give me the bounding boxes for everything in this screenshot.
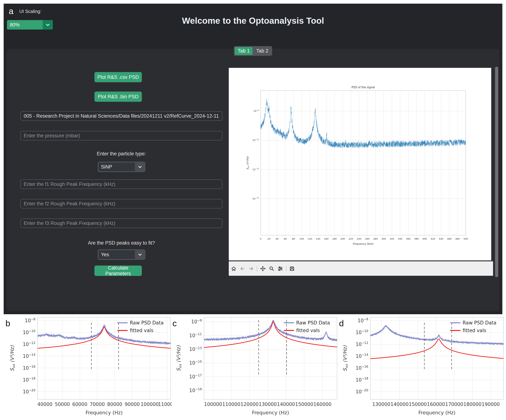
save-icon[interactable] — [289, 265, 295, 272]
toolbar-separator — [257, 266, 257, 271]
home-icon[interactable] — [231, 265, 237, 272]
svg-text:140: 140 — [316, 237, 320, 240]
svg-text:10−9: 10−9 — [253, 109, 259, 113]
svg-text:50000: 50000 — [55, 402, 70, 407]
tab-1[interactable]: Tab 1 — [235, 47, 253, 55]
svg-text:110000: 110000 — [158, 402, 172, 407]
chevron-down-icon — [135, 162, 145, 172]
svg-text:Sxx (V²/Hz): Sxx (V²/Hz) — [342, 345, 349, 371]
svg-text:460: 460 — [447, 237, 452, 240]
main-plot-canvas[interactable]: PSD of the signal02040608010012014016018… — [229, 68, 491, 260]
svg-text:fitted vals: fitted vals — [296, 328, 320, 333]
f2-frequency-input[interactable] — [20, 199, 222, 209]
back-icon[interactable] — [239, 265, 246, 272]
svg-text:380: 380 — [414, 237, 419, 240]
svg-text:Raw PSD Data: Raw PSD Data — [130, 320, 164, 325]
svg-text:10−13: 10−13 — [189, 346, 202, 352]
svg-text:280: 280 — [373, 237, 378, 240]
vertical-scrollbar-thumb[interactable] — [495, 67, 498, 277]
svg-text:10−10: 10−10 — [23, 329, 35, 335]
svg-text:80: 80 — [292, 237, 295, 240]
svg-text:Raw PSD Data: Raw PSD Data — [296, 320, 330, 325]
svg-text:170000: 170000 — [445, 402, 463, 407]
pan-icon[interactable] — [260, 265, 266, 272]
svg-text:40000: 40000 — [37, 402, 53, 407]
easy-fit-value: Yes — [99, 250, 135, 259]
svg-text:10−17: 10−17 — [189, 373, 202, 379]
plot-csv-psd-button[interactable]: Plot R&S .csv PSD — [94, 72, 142, 82]
svg-text:480: 480 — [455, 237, 460, 240]
svg-text:150000: 150000 — [409, 402, 427, 407]
svg-text:60: 60 — [284, 237, 287, 240]
svg-text:fitted vals: fitted vals — [463, 328, 486, 333]
tab-bar: Tab 1 Tab 2 — [234, 46, 272, 56]
svg-text:360: 360 — [406, 237, 411, 240]
file-path-input[interactable] — [20, 111, 222, 121]
svg-text:20: 20 — [267, 237, 271, 240]
particle-type-value: SiNP — [99, 162, 135, 171]
svg-text:190000: 190000 — [482, 402, 500, 407]
f3-frequency-input[interactable] — [20, 218, 222, 228]
svg-text:fitted vals: fitted vals — [130, 328, 153, 333]
svg-text:10−11: 10−11 — [189, 332, 202, 338]
svg-text:10−15: 10−15 — [252, 197, 259, 200]
svg-text:340: 340 — [398, 237, 402, 240]
svg-text:10−12: 10−12 — [356, 341, 368, 347]
svg-text:10−9: 10−9 — [191, 318, 202, 325]
svg-text:440: 440 — [439, 237, 444, 240]
svg-text:10−10: 10−10 — [356, 329, 368, 335]
psd-fit-chart-d: 1300001400001500001600001700001800001900… — [340, 315, 505, 420]
svg-text:10−20: 10−20 — [23, 388, 35, 394]
pressure-input[interactable] — [20, 131, 222, 140]
svg-text:100: 100 — [300, 237, 304, 240]
svg-text:Raw PSD Data: Raw PSD Data — [463, 320, 497, 325]
svg-text:130000: 130000 — [372, 402, 390, 407]
svg-text:420: 420 — [431, 237, 435, 240]
svg-text:10−14: 10−14 — [23, 353, 35, 359]
bottom-figure-strip: b c d 4000050000600007000080000900001000… — [0, 314, 506, 420]
svg-text:10−8: 10−8 — [358, 317, 368, 323]
easy-fit-select[interactable]: Yes — [98, 250, 145, 260]
svg-text:100000: 100000 — [140, 402, 159, 407]
configure-subplots-icon[interactable] — [277, 265, 283, 272]
svg-text:60000: 60000 — [72, 402, 87, 407]
svg-text:10−18: 10−18 — [23, 377, 35, 383]
tab-2[interactable]: Tab 2 — [253, 47, 271, 55]
plot-toolbar — [229, 261, 493, 276]
svg-text:Frequency (Hz): Frequency (Hz) — [252, 410, 289, 415]
svg-text:180: 180 — [332, 237, 337, 240]
f1-frequency-input[interactable] — [20, 179, 222, 189]
svg-text:160: 160 — [324, 237, 329, 240]
svg-text:160000: 160000 — [313, 402, 331, 407]
easy-fit-label: Are the PSD peaks easy to fit? — [20, 240, 222, 246]
svg-text:10−16: 10−16 — [23, 365, 35, 371]
svg-text:150000: 150000 — [295, 402, 313, 407]
svg-text:Sxx (V²/Hz): Sxx (V²/Hz) — [246, 156, 249, 170]
svg-text:40: 40 — [276, 237, 279, 240]
svg-text:300: 300 — [381, 237, 386, 240]
screen: a UI Scaling: 80% Welcome to the Optoana… — [0, 0, 506, 420]
forward-icon[interactable] — [248, 265, 254, 272]
page-title: Welcome to the Optoanalysis Tool — [4, 16, 502, 26]
svg-text:10−18: 10−18 — [356, 377, 368, 383]
svg-text:80000: 80000 — [107, 402, 122, 407]
svg-text:220: 220 — [349, 237, 353, 240]
svg-text:PSD of the signal: PSD of the signal — [352, 86, 375, 89]
zoom-icon[interactable] — [268, 265, 275, 272]
svg-text:Frequency (Hz): Frequency (Hz) — [86, 410, 123, 415]
particle-type-select[interactable]: SiNP — [98, 162, 145, 172]
svg-text:0: 0 — [260, 237, 261, 240]
plot-bin-psd-button[interactable]: Plot R&S .bin PSD — [94, 92, 142, 102]
calculate-parameters-button[interactable]: Calculate Parameters — [94, 265, 142, 276]
figure-panel-label-a: a — [9, 6, 13, 16]
app-window: a UI Scaling: 80% Welcome to the Optoana… — [4, 4, 502, 314]
svg-text:Frequency (kHz): Frequency (kHz) — [353, 242, 374, 245]
svg-text:180000: 180000 — [463, 402, 481, 407]
svg-text:400: 400 — [423, 237, 427, 240]
svg-text:160000: 160000 — [427, 402, 445, 407]
svg-text:90000: 90000 — [125, 402, 140, 407]
svg-text:10−8: 10−8 — [25, 317, 35, 323]
psd-fit-chart-c: 1000001100001200001300001400001500001600… — [173, 315, 338, 420]
svg-text:120: 120 — [308, 237, 312, 240]
svg-text:Sxx (V²/Hz): Sxx (V²/Hz) — [9, 345, 16, 371]
